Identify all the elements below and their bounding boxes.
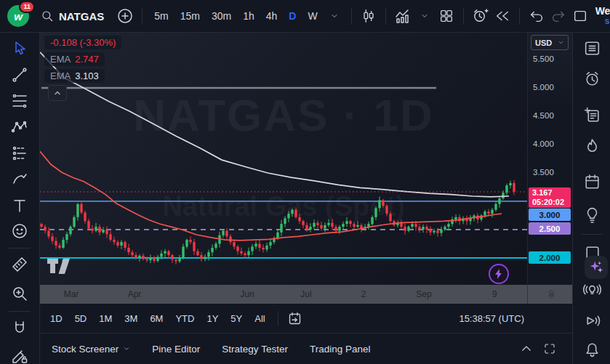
time-tick: Apr (128, 289, 142, 299)
brush-tool-button[interactable] (10, 170, 29, 189)
undo-button[interactable] (526, 4, 547, 28)
tab-trading-panel[interactable]: Trading Panel (310, 344, 371, 355)
axis-corner-divider (527, 285, 528, 304)
live-ideas-button[interactable] (582, 280, 601, 299)
calendar-button[interactable] (582, 172, 601, 191)
session-clock[interactable]: 15:38:57 (UTC) (459, 304, 524, 333)
account-subtext: s (595, 17, 610, 26)
news-journal-button[interactable] (582, 105, 601, 124)
streams-button[interactable] (582, 311, 601, 330)
chart-legend: -0.108 (-3.30%) EMA 2.747 EMA 3.103 (44, 36, 121, 83)
chevron-down-icon (330, 12, 339, 20)
time-tick: Jun (240, 289, 254, 299)
magnet-tool-button[interactable] (10, 319, 29, 338)
ai-assistant-button[interactable] (585, 256, 608, 279)
range-6m[interactable]: 6M (150, 313, 163, 324)
time-axis[interactable]: MarAprJunJul2Sep9 (40, 285, 572, 304)
expand-panel-chevron-button[interactable] (520, 342, 533, 355)
timeframe-1w[interactable]: W (302, 4, 323, 28)
bar-replay-button[interactable] (491, 4, 513, 28)
time-tick: Mar (64, 289, 79, 299)
price-change-readout: -0.108 (-3.30%) (44, 36, 121, 49)
indicators-icon (394, 7, 412, 25)
chevron-down-icon (558, 39, 564, 46)
ema-fast-value: 2.747 (75, 54, 99, 65)
symbol-search[interactable]: NATGAS (41, 9, 104, 23)
hotlists-button[interactable] (582, 137, 601, 155)
timeframe-4h[interactable]: 4h (260, 4, 284, 28)
create-alert-button[interactable] (470, 4, 491, 28)
maximize-panel-button[interactable] (543, 342, 556, 355)
snapshot-square-icon (572, 8, 588, 24)
currency-select[interactable]: USD (531, 35, 569, 50)
zoom-in-tool-button[interactable] (10, 284, 29, 303)
candlestick-icon (361, 8, 377, 24)
range-1m[interactable]: 1M (99, 313, 112, 324)
timeframe-menu-button[interactable] (324, 4, 345, 28)
plus-circle-icon (116, 7, 134, 25)
measure-tool-button[interactable] (10, 255, 29, 274)
legend-collapse-button[interactable] (48, 85, 67, 101)
ema-slow-row[interactable]: EMA 3.103 (44, 69, 105, 83)
search-icon (41, 9, 54, 23)
top-toolbar: w 11 NATGAS 5m 15m 30m 1h 4h D W (0, 0, 610, 33)
chevron-down-icon (420, 12, 429, 20)
drawing-lock-button[interactable] (10, 347, 29, 364)
account-name: Wealth (595, 6, 610, 17)
cursor-tool-button[interactable] (10, 39, 29, 58)
ideas-button[interactable] (582, 205, 601, 224)
chart-style-button[interactable] (358, 4, 380, 28)
indicators-button[interactable] (392, 4, 414, 28)
tab-stock-screener[interactable]: Stock Screener (52, 344, 130, 355)
redo-button[interactable] (547, 4, 569, 28)
watchlist-button[interactable] (582, 39, 601, 57)
boost-lightning-button[interactable] (489, 264, 509, 284)
text-tool-button[interactable] (10, 196, 29, 215)
timeframe-15m[interactable]: 15m (174, 4, 206, 28)
timeframe-1h[interactable]: 1h (237, 4, 260, 28)
price-axis[interactable]: USD 3.167 05:20:02 5.5005.0004.5004.0003… (527, 33, 572, 285)
range-5d[interactable]: 5D (75, 313, 87, 324)
notification-badge: 11 (19, 1, 35, 13)
separator (142, 7, 143, 25)
broker-logo[interactable]: w 11 (7, 5, 29, 27)
range-1d[interactable]: 1D (50, 313, 63, 324)
tab-strategy-tester[interactable]: Strategy Tester (222, 344, 288, 355)
separator (278, 311, 278, 325)
ema-label: EMA (50, 70, 71, 81)
emoji-tool-button[interactable] (10, 222, 29, 240)
notifications-bell-button[interactable] (582, 340, 601, 359)
snapshot-button[interactable] (569, 4, 591, 28)
current-price-label: 3.167 05:20:02 (529, 187, 571, 208)
separator (463, 7, 464, 25)
level-price-label: 2.500 (529, 222, 571, 235)
axis-settings-gear-icon[interactable] (546, 289, 557, 300)
fib-retracement-tool-button[interactable] (10, 92, 29, 110)
time-tick: 9 (492, 289, 497, 299)
alerts-button[interactable] (582, 69, 601, 88)
pattern-tool-button[interactable] (10, 118, 29, 137)
range-1y[interactable]: 1Y (206, 313, 218, 324)
tab-pine-editor[interactable]: Pine Editor (152, 344, 200, 355)
chart-pane[interactable]: NATGAS · 1D Natural Gas (Spot) -0.108 (-… (40, 33, 527, 285)
range-all[interactable]: All (254, 313, 265, 324)
tradingview-logo[interactable] (47, 258, 73, 275)
range-ytd[interactable]: YTD (175, 313, 194, 324)
indicators-menu-button[interactable] (414, 4, 436, 28)
redo-arrow-icon (550, 8, 566, 24)
trend-line-tool-button[interactable] (10, 65, 29, 84)
timeframe-30m[interactable]: 30m (206, 4, 237, 28)
compare-add-button[interactable] (114, 4, 136, 28)
ema-fast-row[interactable]: EMA 2.747 (44, 52, 105, 66)
timeframe-1d-active[interactable]: D (283, 4, 302, 28)
range-3m[interactable]: 3M (124, 313, 137, 324)
forecast-tool-button[interactable] (10, 144, 29, 163)
range-5y[interactable]: 5Y (230, 313, 242, 324)
layout-grid-button[interactable] (436, 4, 457, 28)
ema-label: EMA (50, 54, 71, 65)
timeframe-5m[interactable]: 5m (148, 4, 174, 28)
symbol-name: NATGAS (59, 10, 104, 23)
go-to-date-button[interactable] (287, 311, 302, 326)
tab-label: Stock Screener (52, 344, 119, 355)
account-menu[interactable]: Wealth s (595, 6, 610, 27)
